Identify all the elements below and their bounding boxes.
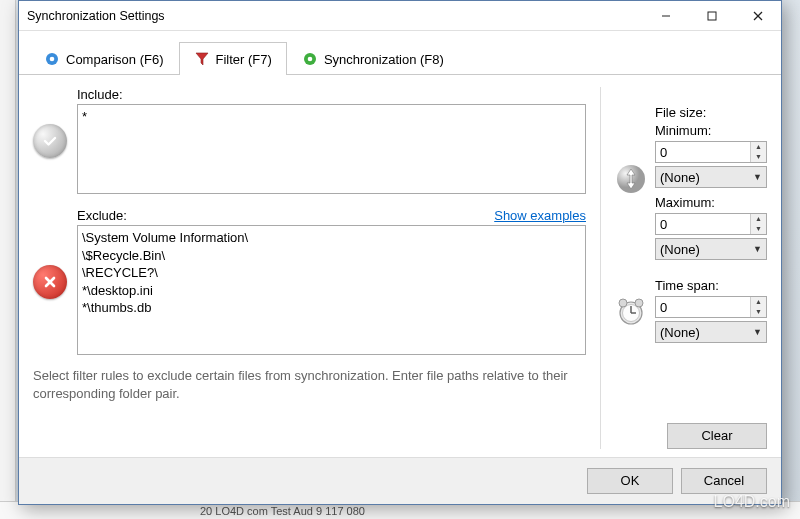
spin-down-icon[interactable]: ▼ <box>751 224 766 234</box>
show-examples-link[interactable]: Show examples <box>494 208 586 223</box>
timespan-field[interactable] <box>656 297 750 317</box>
maximize-button[interactable] <box>689 1 735 30</box>
tab-synchronization[interactable]: Synchronization (F8) <box>287 42 459 75</box>
filesize-icon <box>615 163 647 195</box>
svg-point-7 <box>308 57 313 62</box>
svg-point-15 <box>619 299 627 307</box>
svg-rect-1 <box>708 12 716 20</box>
tab-sync-label: Synchronization (F8) <box>324 52 444 67</box>
gear-blue-icon <box>44 51 60 67</box>
tab-comparison[interactable]: Comparison (F6) <box>29 42 179 75</box>
titlebar: Synchronization Settings <box>19 1 781 31</box>
filesize-max-field[interactable] <box>656 214 750 234</box>
filesize-max-input[interactable]: ▲▼ <box>655 213 767 235</box>
cancel-button[interactable]: Cancel <box>681 468 767 494</box>
spin-up-icon[interactable]: ▲ <box>751 142 766 152</box>
svg-point-16 <box>635 299 643 307</box>
timespan-input[interactable]: ▲▼ <box>655 296 767 318</box>
exclude-icon <box>33 265 67 299</box>
filesize-min-label: Minimum: <box>655 123 767 138</box>
exclude-label: Exclude: <box>77 208 127 223</box>
spin-down-icon[interactable]: ▼ <box>751 152 766 162</box>
watermark-text: LO4D.com <box>714 493 790 511</box>
chevron-down-icon: ▼ <box>753 327 762 337</box>
include-textarea[interactable] <box>77 104 586 194</box>
funnel-icon <box>194 51 210 67</box>
clear-button[interactable]: Clear <box>667 423 767 449</box>
ok-button[interactable]: OK <box>587 468 673 494</box>
filesize-max-unit-value: (None) <box>660 242 700 257</box>
timespan-title: Time span: <box>655 278 767 293</box>
spin-down-icon[interactable]: ▼ <box>751 307 766 317</box>
window-title: Synchronization Settings <box>27 9 643 23</box>
filesize-max-label: Maximum: <box>655 195 767 210</box>
spin-up-icon[interactable]: ▲ <box>751 214 766 224</box>
exclude-textarea[interactable] <box>77 225 586 355</box>
filesize-min-unit-value: (None) <box>660 170 700 185</box>
vertical-divider <box>600 87 601 449</box>
close-button[interactable] <box>735 1 781 30</box>
sync-settings-dialog: Synchronization Settings Comparison (F6) <box>18 0 782 505</box>
filesize-min-field[interactable] <box>656 142 750 162</box>
tab-comparison-label: Comparison (F6) <box>66 52 164 67</box>
timespan-unit-select[interactable]: (None) ▼ <box>655 321 767 343</box>
filter-hint-text: Select filter rules to exclude certain f… <box>33 367 586 403</box>
include-icon <box>33 124 67 158</box>
filesize-title: File size: <box>655 105 767 120</box>
tab-bar: Comparison (F6) Filter (F7) Synchronizat… <box>19 31 781 75</box>
dialog-footer: OK Cancel <box>19 457 781 504</box>
filesize-min-unit-select[interactable]: (None) ▼ <box>655 166 767 188</box>
minimize-button[interactable] <box>643 1 689 30</box>
chevron-down-icon: ▼ <box>753 244 762 254</box>
include-label: Include: <box>77 87 123 102</box>
tab-filter-label: Filter (F7) <box>216 52 272 67</box>
filesize-min-input[interactable]: ▲▼ <box>655 141 767 163</box>
background-strip <box>0 0 16 519</box>
timespan-icon <box>615 295 647 327</box>
spin-up-icon[interactable]: ▲ <box>751 297 766 307</box>
gear-green-icon <box>302 51 318 67</box>
filesize-max-unit-select[interactable]: (None) ▼ <box>655 238 767 260</box>
tab-filter[interactable]: Filter (F7) <box>179 42 287 75</box>
svg-point-5 <box>50 57 55 62</box>
chevron-down-icon: ▼ <box>753 172 762 182</box>
timespan-unit-value: (None) <box>660 325 700 340</box>
